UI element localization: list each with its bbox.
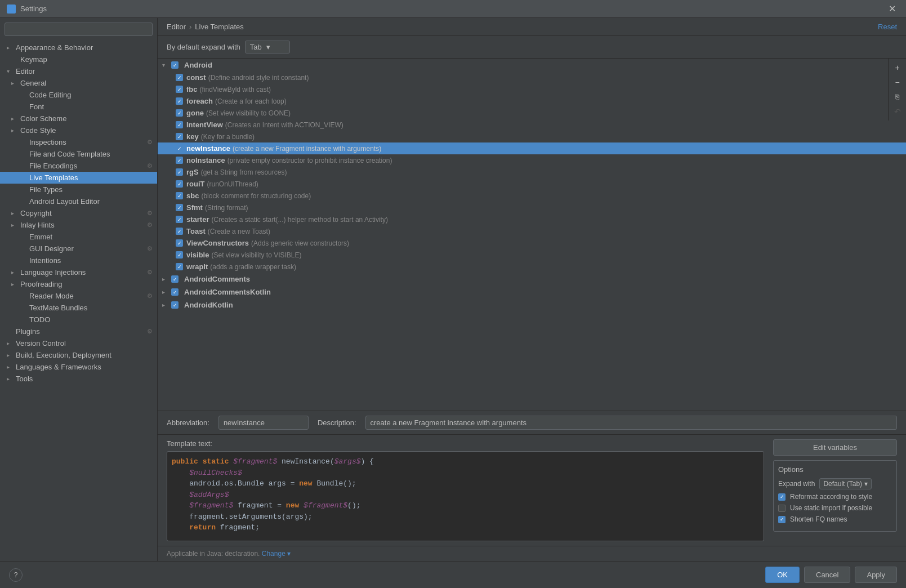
template-item-selected[interactable]: newInstance (create a new Fragment insta… <box>158 142 906 154</box>
reset-button[interactable]: Reset <box>878 23 897 31</box>
sidebar-item-editor[interactable]: Editor <box>0 65 157 77</box>
remove-button[interactable]: − <box>891 75 904 89</box>
template-group-androidkotlin: AndroidKotlin <box>158 299 906 311</box>
sidebar-item-android-layout-editor[interactable]: Android Layout Editor <box>0 195 157 207</box>
item-checkbox[interactable] <box>176 216 183 223</box>
sidebar-item-tools[interactable]: Tools <box>0 373 157 385</box>
sidebar-item-code-style[interactable]: Code Style <box>0 124 157 136</box>
add-button[interactable]: + <box>891 61 904 74</box>
item-checkbox[interactable] <box>176 133 183 140</box>
apply-button[interactable]: Apply <box>855 567 897 583</box>
sidebar-item-color-scheme[interactable]: Color Scheme <box>0 113 157 124</box>
copy-button[interactable]: ⎘ <box>891 90 904 104</box>
group-checkbox-androidcommentskotlin[interactable] <box>171 288 178 296</box>
static-import-label: Use static import if possible <box>790 504 872 512</box>
sidebar-item-proofreading[interactable]: Proofreading <box>0 278 157 290</box>
item-checkbox[interactable] <box>176 145 183 152</box>
template-item[interactable]: IntentView (Creates an Intent with ACTIO… <box>158 119 906 131</box>
item-checkbox[interactable] <box>176 204 183 211</box>
sidebar-item-file-types[interactable]: File Types <box>0 184 157 195</box>
shorten-checkbox[interactable] <box>778 516 786 523</box>
template-text-section: Template text: public static $fragment$ … <box>158 435 906 546</box>
template-item[interactable]: rouiT (runOnUIThread) <box>158 178 906 190</box>
sidebar-item-emmet[interactable]: Emmet <box>0 231 157 243</box>
static-import-checkbox[interactable] <box>778 505 786 512</box>
template-item[interactable]: starter (Creates a static start(...) hel… <box>158 213 906 225</box>
item-checkbox[interactable] <box>176 192 183 199</box>
abbreviation-input[interactable] <box>218 416 309 430</box>
item-checkbox[interactable] <box>176 168 183 176</box>
template-item[interactable]: wrapIt (adds a gradle wrapper task) <box>158 261 906 273</box>
ok-button[interactable]: OK <box>765 567 800 583</box>
template-item[interactable]: key (Key for a bundle) <box>158 131 906 142</box>
change-link[interactable]: Change ▾ <box>262 550 291 558</box>
item-checkbox[interactable] <box>176 121 183 128</box>
item-desc: (Key for a bundle) <box>201 133 255 141</box>
sidebar-item-reader-mode[interactable]: Reader Mode ⚙ <box>0 290 157 302</box>
sidebar-item-copyright[interactable]: Copyright ⚙ <box>0 207 157 219</box>
sidebar-item-plugins[interactable]: Plugins ⚙ <box>0 326 157 337</box>
sidebar-item-live-templates[interactable]: Live Templates <box>0 172 157 184</box>
item-checkbox[interactable] <box>176 97 183 105</box>
sidebar-item-version-control[interactable]: Version Control <box>0 337 157 349</box>
sidebar-item-general[interactable]: General <box>0 77 157 89</box>
template-item[interactable]: Sfmt (String format) <box>158 202 906 213</box>
item-checkbox[interactable] <box>176 251 183 259</box>
template-item[interactable]: ViewConstructors (Adds generic view cons… <box>158 237 906 249</box>
template-item[interactable]: sbc (block comment for structuring code) <box>158 190 906 202</box>
expand-with-dropdown[interactable]: Tab ▾ <box>245 41 290 54</box>
sidebar-item-textmate[interactable]: TextMate Bundles <box>0 302 157 314</box>
item-abbr: key <box>186 132 199 141</box>
sidebar-item-code-editing[interactable]: Code Editing <box>0 89 157 101</box>
sidebar-item-file-code-templates[interactable]: File and Code Templates <box>0 148 157 160</box>
sidebar-item-file-encodings[interactable]: File Encodings ⚙ <box>0 160 157 172</box>
sidebar-item-intentions[interactable]: Intentions <box>0 255 157 266</box>
template-item[interactable]: foreach (Create a for each loop) <box>158 95 906 107</box>
sidebar-item-inspections[interactable]: Inspections ⚙ <box>0 136 157 148</box>
sidebar-item-language-injections[interactable]: Language Injections ⚙ <box>0 266 157 278</box>
close-button[interactable]: ✕ <box>885 2 899 15</box>
title-bar-title: Settings <box>20 5 885 13</box>
sidebar-item-appearance[interactable]: Appearance & Behavior <box>0 42 157 54</box>
template-group-header-androidcommentskotlin[interactable]: AndroidCommentsKotlin <box>158 286 906 299</box>
group-checkbox-android[interactable] <box>171 61 178 69</box>
item-checkbox[interactable] <box>176 109 183 117</box>
cancel-button[interactable]: Cancel <box>804 567 850 583</box>
template-item[interactable]: visible (Set view visibility to VISIBLE) <box>158 249 906 261</box>
item-checkbox[interactable] <box>176 180 183 188</box>
reformat-checkbox[interactable] <box>778 493 786 501</box>
template-group-header-android[interactable]: Android <box>158 59 906 72</box>
sidebar: Appearance & Behavior Keymap Editor Gene… <box>0 18 158 561</box>
search-input[interactable] <box>5 23 153 36</box>
sidebar-item-languages[interactable]: Languages & Frameworks <box>0 361 157 373</box>
item-checkbox[interactable] <box>176 228 183 235</box>
expand-bar: By default expand with Tab ▾ <box>158 36 906 59</box>
item-checkbox[interactable] <box>176 157 183 164</box>
template-item[interactable]: gone (Set view visibility to GONE) <box>158 107 906 119</box>
item-checkbox[interactable] <box>176 86 183 93</box>
sidebar-item-keymap[interactable]: Keymap <box>0 54 157 65</box>
sidebar-item-gui-designer[interactable]: GUI Designer ⚙ <box>0 243 157 255</box>
item-checkbox[interactable] <box>176 263 183 270</box>
template-item[interactable]: const (Define android style int constant… <box>158 72 906 83</box>
template-group-header-androidkotlin[interactable]: AndroidKotlin <box>158 299 906 311</box>
sidebar-item-todo[interactable]: TODO <box>0 314 157 326</box>
template-item[interactable]: fbc (findViewByld with cast) <box>158 83 906 95</box>
item-checkbox[interactable] <box>176 239 183 247</box>
code-editor[interactable]: public static $fragment$ newInstance($ar… <box>167 451 764 541</box>
sidebar-item-inlay-hints[interactable]: Inlay Hints ⚙ <box>0 219 157 231</box>
template-item[interactable]: Toast (Create a new Toast) <box>158 225 906 237</box>
template-group-header-androidcomments[interactable]: AndroidComments <box>158 273 906 286</box>
expand-with-options-dropdown[interactable]: Default (Tab) ▾ <box>819 478 872 489</box>
sidebar-item-build[interactable]: Build, Execution, Deployment <box>0 349 157 361</box>
template-item[interactable]: noInstance (private empty constructor to… <box>158 154 906 166</box>
template-item[interactable]: rgS (get a String from resources) <box>158 166 906 178</box>
sidebar-item-font[interactable]: Font <box>0 101 157 113</box>
item-checkbox[interactable] <box>176 74 183 81</box>
group-checkbox-androidkotlin[interactable] <box>171 301 178 309</box>
help-button[interactable]: ? <box>9 568 23 582</box>
group-checkbox-androidcomments[interactable] <box>171 275 178 283</box>
edit-variables-button[interactable]: Edit variables <box>773 439 897 456</box>
undo-button[interactable]: ↶ <box>891 105 904 118</box>
description-input[interactable] <box>365 416 897 430</box>
